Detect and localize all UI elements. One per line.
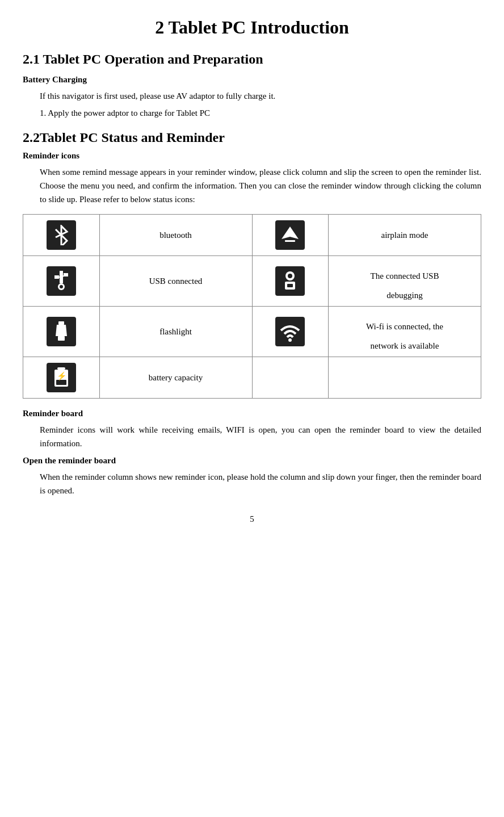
svg-rect-14	[58, 336, 65, 341]
usb-connected-icon-cell	[23, 256, 100, 307]
reminder-board-label: Reminder board	[23, 409, 481, 418]
battery-charging-text1: If this navigator is first used, please …	[40, 89, 481, 103]
svg-rect-16	[57, 367, 65, 370]
svg-rect-12	[58, 321, 64, 325]
open-reminder-label: Open the reminder board	[23, 456, 481, 466]
wifi-label: Wi-fi is connected, the network is avail…	[329, 307, 481, 357]
bluetooth-icon-cell	[23, 215, 100, 256]
usb-debugging-icon	[275, 266, 305, 296]
svg-rect-11	[287, 284, 293, 287]
wifi-icon-cell	[252, 307, 329, 357]
svg-text:⚡: ⚡	[56, 371, 66, 381]
table-row: bluetooth airplain mode	[23, 215, 481, 256]
battery-capacity-icon-cell: ⚡	[23, 357, 100, 399]
flashlight-icon-cell	[23, 307, 100, 357]
empty-icon-cell	[252, 357, 329, 399]
battery-capacity-icon: ⚡	[47, 363, 76, 392]
svg-point-9	[288, 274, 292, 278]
page-number: 5	[23, 514, 481, 524]
svg-point-15	[288, 338, 292, 342]
battery-charging-text2: 1. Apply the power adptor to charge for …	[40, 106, 481, 120]
flashlight-label: flashlight	[99, 307, 252, 357]
svg-rect-18	[56, 380, 66, 385]
section1-title: 2.1 Tablet PC Operation and Preparation	[23, 52, 481, 67]
status-icons-table: bluetooth airplain mode	[23, 214, 481, 399]
reminder-icons-label: Reminder icons	[23, 151, 481, 161]
empty-label	[329, 357, 481, 399]
svg-rect-0	[285, 240, 295, 242]
bluetooth-icon	[47, 220, 76, 250]
table-row: USB connected The connected USB debuggin…	[23, 256, 481, 307]
table-row: ⚡ battery capacity	[23, 357, 481, 399]
svg-point-5	[60, 285, 63, 288]
airplane-mode-icon	[275, 220, 305, 250]
battery-capacity-label: battery capacity	[99, 357, 252, 399]
section2-title: 2.2Tablet PC Status and Reminder	[23, 130, 481, 145]
reminder-icons-text: When some remind message appears in your…	[40, 165, 481, 206]
bluetooth-label: bluetooth	[99, 215, 252, 256]
battery-charging-label: Battery Charging	[23, 75, 481, 85]
svg-marker-13	[56, 325, 67, 336]
main-title: 2 Tablet PC Introduction	[23, 17, 481, 38]
flashlight-icon	[47, 317, 76, 346]
open-reminder-text: When the reminder column shows new remin…	[40, 470, 481, 497]
airplane-mode-icon-cell	[252, 215, 329, 256]
usb-connected-icon	[47, 266, 76, 296]
airplane-mode-label: airplain mode	[329, 215, 481, 256]
reminder-board-text: Reminder icons will work while receiving…	[40, 423, 481, 450]
usb-debugging-icon-cell	[252, 256, 329, 307]
table-row: flashlight Wi-fi is connected, the netwo…	[23, 307, 481, 357]
usb-connected-label: USB connected	[99, 256, 252, 307]
wifi-icon	[275, 317, 305, 346]
usb-debugging-label: The connected USB debugging	[329, 256, 481, 307]
